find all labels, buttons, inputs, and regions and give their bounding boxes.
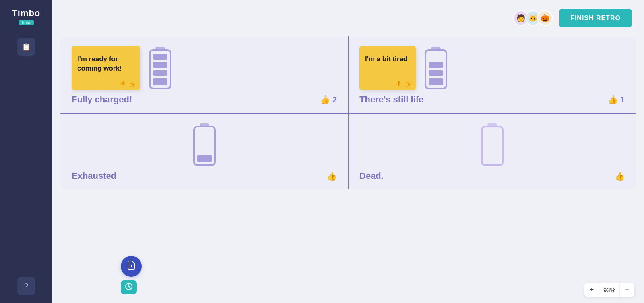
board-wrapper: ··· I'm ready for coming work! 👎 👍: [52, 36, 644, 303]
logo-area: Timbo beta: [12, 8, 41, 26]
quadrant-exhausted-label: Exhausted: [72, 171, 116, 181]
quadrant-dead-votes[interactable]: 👍: [615, 171, 625, 181]
thumbs-down-icon[interactable]: 👎: [118, 80, 126, 87]
quadrant-dead-cards: [359, 122, 625, 167]
note-text-tired: I'm a bit tired: [365, 55, 411, 64]
quadrant-still-life: ··· I'm a bit tired 👎 👍: [348, 36, 636, 113]
zoom-in-button[interactable]: +: [584, 283, 599, 297]
thumbs-up-vote-icon-4: 👍: [615, 171, 625, 181]
timer-icon: [125, 282, 133, 292]
quadrant-exhausted-votes[interactable]: 👍: [327, 171, 337, 181]
note-actions: 👎 👍: [118, 80, 136, 87]
thumbs-up-icon-2[interactable]: 👍: [404, 80, 412, 87]
quadrant-fully-charged: ··· I'm ready for coming work! 👎 👍: [60, 36, 348, 113]
quadrant-fully-charged-cards: ··· I'm ready for coming work! 👎 👍: [72, 46, 337, 90]
quadrant-still-life-cards: ··· I'm a bit tired 👎 👍: [359, 46, 625, 90]
zoom-out-button[interactable]: −: [620, 283, 634, 297]
quadrant-exhausted-footer: Exhausted 👍: [72, 171, 337, 181]
note-menu-icon[interactable]: ···: [130, 48, 137, 54]
add-note-icon: [126, 260, 136, 272]
svg-rect-3: [153, 62, 167, 68]
svg-rect-13: [197, 155, 212, 162]
app-logo: Timbo: [12, 8, 41, 19]
svg-rect-5: [153, 78, 167, 85]
zoom-controls: + 93% −: [584, 283, 634, 297]
battery-medium-icon: [422, 46, 450, 90]
battery-low-icon: [191, 122, 218, 167]
thumbs-up-vote-icon-3: 👍: [327, 171, 337, 181]
quadrant-exhausted: Exhausted 👍: [60, 113, 348, 189]
svg-rect-8: [429, 62, 443, 68]
quadrant-still-life-label: There's still life: [359, 94, 423, 105]
quadrant-still-life-votes[interactable]: 👍 1: [608, 95, 625, 104]
battery-full-icon: [147, 46, 174, 90]
avatar-3: 🎃: [537, 10, 553, 26]
sticky-note-tired[interactable]: ··· I'm a bit tired 👎 👍: [359, 46, 416, 90]
quadrant-dead-label: Dead.: [359, 171, 384, 181]
thumbs-down-icon-2[interactable]: 👎: [394, 80, 402, 87]
sticky-note-ready[interactable]: ··· I'm ready for coming work! 👎 👍: [72, 46, 140, 90]
retro-board: ··· I'm ready for coming work! 👎 👍: [60, 36, 636, 189]
avatars-group: 🧑 🐱 🎃: [513, 10, 553, 26]
svg-rect-2: [153, 54, 167, 60]
finish-retro-button[interactable]: FINISH RETRO: [559, 9, 632, 27]
thumbs-up-vote-icon-2: 👍: [608, 95, 618, 104]
quadrant-exhausted-cards: [72, 122, 337, 167]
quadrant-fully-charged-label: Fully charged!: [72, 94, 132, 105]
vote-count: 2: [332, 95, 337, 104]
header: 🧑 🐱 🎃 FINISH RETRO: [52, 0, 644, 36]
document-button[interactable]: 📋: [17, 38, 35, 56]
sidebar: Timbo beta 📋 ?: [0, 0, 52, 303]
svg-line-20: [129, 286, 130, 288]
quadrant-dead-footer: Dead. 👍: [359, 171, 625, 181]
svg-rect-4: [153, 70, 167, 76]
document-icon: 📋: [22, 42, 31, 51]
note-actions-2: 👎 👍: [394, 80, 412, 87]
battery-empty-icon: [479, 122, 506, 167]
quadrant-fully-charged-footer: Fully charged! 👍 2: [72, 94, 337, 105]
svg-rect-10: [429, 78, 443, 85]
svg-rect-15: [482, 127, 503, 165]
thumbs-up-icon[interactable]: 👍: [128, 80, 136, 87]
main-content: 🧑 🐱 🎃 FINISH RETRO ··· I'm ready for com…: [52, 0, 644, 303]
timer-button[interactable]: [121, 280, 137, 294]
help-button[interactable]: ?: [17, 277, 35, 295]
vote-count-2: 1: [620, 95, 625, 104]
note-text-ready: I'm ready for coming work!: [77, 55, 135, 73]
svg-rect-9: [429, 70, 443, 76]
quadrant-fully-charged-votes[interactable]: 👍 2: [320, 95, 337, 104]
thumbs-up-vote-icon: 👍: [320, 95, 330, 104]
quadrant-still-life-footer: There's still life 👍 1: [359, 94, 625, 105]
sidebar-bottom: ?: [17, 277, 35, 295]
note-menu-icon-2[interactable]: ···: [406, 48, 413, 54]
quadrant-dead: Dead. 👍: [348, 113, 636, 189]
question-icon: ?: [24, 282, 28, 291]
zoom-value: 93%: [599, 283, 620, 297]
add-note-button[interactable]: [121, 256, 142, 277]
beta-badge: beta: [19, 20, 33, 25]
